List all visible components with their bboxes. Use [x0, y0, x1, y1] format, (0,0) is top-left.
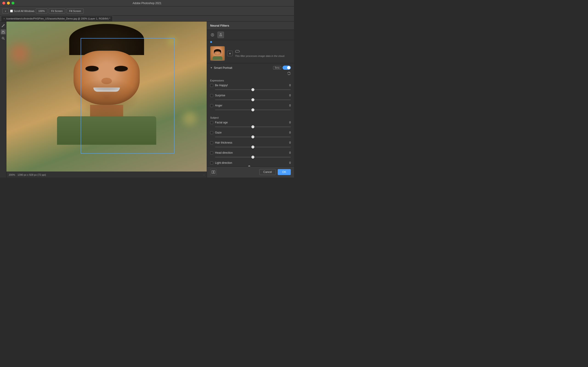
- app-title: Adobe Photoshop 2021: [132, 2, 161, 5]
- reset-row: [207, 71, 294, 77]
- slider-header: Facial age 0: [210, 121, 291, 124]
- head-direction-checkbox[interactable]: [210, 151, 213, 154]
- slider-bg: [215, 127, 291, 127]
- anger-thumb[interactable]: [251, 108, 254, 111]
- head-direction-thumb[interactable]: [251, 156, 254, 159]
- compare-button[interactable]: [210, 169, 216, 175]
- light-direction-checkbox[interactable]: [210, 161, 213, 165]
- hair-thickness-thumb[interactable]: [251, 145, 254, 149]
- scroll-arrow[interactable]: ›: [204, 173, 204, 176]
- tab-bar: × /content/dam/ccfirstmile/PHSP/en_US/as…: [0, 16, 294, 22]
- ok-button[interactable]: OK: [278, 169, 291, 175]
- fill-screen-button[interactable]: Fill Screen: [67, 8, 84, 14]
- neural-filters-panel: Neural Filters: [207, 22, 294, 177]
- tab-close-button[interactable]: ×: [3, 17, 5, 20]
- expressions-label: Expressions: [207, 77, 294, 83]
- teeth: [93, 88, 120, 92]
- surprise-thumb[interactable]: [251, 98, 254, 101]
- maximize-button[interactable]: [11, 2, 15, 5]
- preview-dropdown-btn[interactable]: ▾: [227, 51, 233, 56]
- close-button[interactable]: [2, 2, 5, 5]
- hair-thickness-track[interactable]: [215, 145, 291, 149]
- anger-checkbox[interactable]: [210, 104, 213, 107]
- label-group: Anger: [210, 104, 222, 107]
- anger-track[interactable]: [215, 108, 291, 112]
- reset-button[interactable]: [287, 72, 291, 76]
- gaze-checkbox[interactable]: [210, 131, 213, 134]
- hair-thickness-checkbox[interactable]: [210, 141, 213, 144]
- be-happy-checkbox[interactable]: [210, 84, 213, 87]
- hand-tool-button[interactable]: [1, 29, 6, 34]
- smart-portrait-section-header[interactable]: ▼ Smart Portrait Beta: [207, 63, 294, 71]
- anger-slider-row: Anger 0: [207, 103, 294, 113]
- light-direction-label: Light direction: [215, 161, 232, 165]
- panel-title: Neural Filters: [210, 24, 229, 27]
- filter-icon-btn[interactable]: [209, 32, 216, 38]
- surprise-label: Surprise: [215, 94, 225, 97]
- panel-content[interactable]: ▼ Smart Portrait Beta: [207, 63, 294, 166]
- slider-header: Head direction 0: [210, 151, 291, 154]
- be-happy-slider-row: Be Happy! 0: [207, 83, 294, 93]
- slider-header: Hair thickness 0: [210, 141, 291, 144]
- be-happy-thumb[interactable]: [251, 88, 254, 91]
- gaze-label: Gaze: [215, 131, 222, 134]
- zoom-input[interactable]: 100%: [36, 8, 47, 14]
- thumbnail-face: [210, 46, 225, 60]
- back-button[interactable]: ‹: [2, 8, 9, 14]
- hair-thickness-value: 0: [289, 141, 291, 144]
- cloud-text: This filter processes image data in the …: [235, 54, 291, 58]
- gaze-track[interactable]: [215, 135, 291, 139]
- slider-bg: [215, 90, 291, 90]
- panel-toolbar: [207, 30, 294, 40]
- hair-thickness-label: Hair thickness: [215, 141, 232, 144]
- svg-line-2: [4, 39, 5, 40]
- window-controls[interactable]: [2, 2, 15, 5]
- slider-header: Anger 0: [210, 104, 291, 107]
- slider-bg: [215, 137, 291, 137]
- canvas-image-container[interactable]: [6, 22, 207, 172]
- flask-icon-btn[interactable]: [217, 32, 224, 38]
- surprise-checkbox[interactable]: [210, 94, 213, 97]
- section-title: ▼ Smart Portrait: [210, 66, 232, 69]
- fit-screen-button[interactable]: Fit Screen: [49, 8, 65, 14]
- section-badges: Beta: [273, 66, 291, 70]
- face-skin: [73, 51, 140, 105]
- light-direction-thumb[interactable]: [248, 166, 251, 166]
- neck: [90, 105, 123, 116]
- section-title-text: Smart Portrait: [214, 66, 232, 69]
- zoom-tool-button[interactable]: [1, 36, 6, 41]
- slider-header: Be Happy! 0: [210, 84, 291, 87]
- scroll-all-windows-label: Scroll All Windows: [14, 10, 35, 12]
- surprise-slider-row: Surprise 0: [207, 93, 294, 103]
- brush-tool-button[interactable]: [1, 23, 6, 28]
- surprise-value: 0: [289, 94, 291, 97]
- label-group: Head direction: [210, 151, 233, 154]
- facial-age-thumb[interactable]: [251, 125, 254, 128]
- scroll-all-windows-checkbox[interactable]: Scroll All Windows: [10, 10, 35, 12]
- toolbar: ‹ Scroll All Windows 100% Fit Screen Fil…: [0, 6, 294, 16]
- bokeh-circle: [10, 44, 29, 62]
- be-happy-track[interactable]: [215, 88, 291, 92]
- head-direction-track[interactable]: [215, 155, 291, 159]
- canvas-status: 200% 1390 px x 928 px (72 ppi) ›: [6, 172, 207, 177]
- facial-age-track[interactable]: [215, 125, 291, 129]
- light-direction-track[interactable]: [215, 165, 291, 166]
- be-happy-label: Be Happy!: [215, 84, 228, 87]
- document-tab[interactable]: × /content/dam/ccfirstmile/PHSP/en_US/as…: [1, 16, 113, 21]
- right-eye: [115, 66, 128, 71]
- slider-bg: [215, 157, 291, 157]
- toolbox: [0, 22, 6, 177]
- minimize-button[interactable]: [7, 2, 10, 5]
- surprise-track[interactable]: [215, 98, 291, 102]
- gaze-thumb[interactable]: [251, 135, 254, 139]
- facial-age-checkbox[interactable]: [210, 121, 213, 124]
- filter-preview: ▾ This filter processes image data in th…: [207, 44, 294, 63]
- smart-portrait-toggle[interactable]: [283, 66, 291, 70]
- cancel-button[interactable]: Cancel: [259, 169, 276, 175]
- tab-filename: /content/dam/ccfirstmile/PHSP/en_US/asse…: [6, 17, 110, 20]
- facial-age-value: 0: [289, 121, 291, 124]
- left-eye: [86, 66, 99, 71]
- thumb-face: [214, 51, 221, 56]
- chevron-down-icon: ▼: [210, 67, 212, 69]
- cloud-info: This filter processes image data in the …: [235, 49, 291, 58]
